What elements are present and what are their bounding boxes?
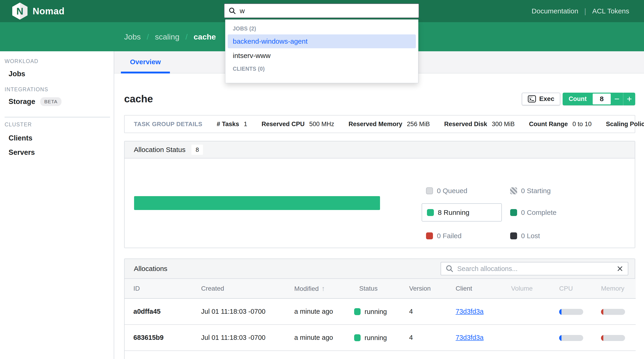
- table-header-row: ID Created Modified↑ Status Version Clie…: [124, 279, 636, 299]
- running-status-icon: [354, 308, 360, 315]
- detail-reserved-memory: Reserved Memory256 MiB: [348, 121, 430, 128]
- sidebar-item-clients[interactable]: Clients: [8, 133, 114, 143]
- allocation-modified: a minute ago: [286, 299, 350, 325]
- search-icon: [228, 7, 236, 14]
- tab-overview[interactable]: Overview: [121, 51, 170, 73]
- allocation-status-panel: Allocation Status 8 0 Queued 0 Starting: [124, 141, 635, 248]
- task-group-details: TASK GROUP DETAILS # Tasks1 Reserved CPU…: [124, 115, 635, 133]
- documentation-link[interactable]: Documentation: [532, 7, 578, 15]
- nomad-ui: N Nomad Documentation | ACL Tokens Jobs …: [0, 0, 644, 359]
- allocation-count-badge: 8: [192, 145, 203, 155]
- legend-queued[interactable]: 0 Queued: [426, 187, 468, 195]
- allocation-status: running: [350, 299, 400, 325]
- sidebar-section-cluster: CLUSTER: [4, 121, 114, 128]
- failed-swatch-icon: [426, 232, 433, 239]
- sidebar-item-storage[interactable]: Storage BETA: [8, 97, 114, 107]
- column-header-status[interactable]: Status: [350, 279, 400, 299]
- search-results-jobs-header: JOBS (2): [233, 24, 418, 33]
- sidebar-item-servers[interactable]: Servers: [8, 147, 114, 158]
- memory-usage-bar: [601, 335, 625, 341]
- column-header-version[interactable]: Version: [400, 279, 447, 299]
- complete-swatch-icon: [510, 209, 517, 216]
- nomad-logo-icon: N: [12, 2, 28, 20]
- search-result-item[interactable]: backend-windows-agent: [228, 34, 416, 48]
- allocation-created: Jul 01 11:18:03 -0700: [192, 325, 286, 351]
- allocation-created: Jul 01 11:18:03 -0700: [192, 299, 286, 325]
- allocation-client: 73d3fd3a: [447, 325, 502, 351]
- sidebar-item-jobs[interactable]: Jobs: [8, 69, 114, 79]
- sort-ascending-icon: ↑: [322, 285, 325, 292]
- global-search-input[interactable]: [240, 7, 402, 15]
- allocation-row-partial: [124, 351, 636, 359]
- breadcrumb-scaling[interactable]: scaling: [155, 32, 180, 41]
- column-header-modified[interactable]: Modified↑: [286, 279, 350, 299]
- count-stepper: Count 8 − +: [563, 93, 635, 105]
- page-content: cache Exec Count 8 −: [114, 73, 644, 359]
- allocation-volume: [502, 325, 550, 351]
- page-title: cache: [124, 93, 153, 105]
- starting-swatch-icon: [510, 187, 517, 194]
- allocations-search-input[interactable]: [457, 265, 610, 273]
- count-decrement-button[interactable]: −: [611, 93, 623, 105]
- title-row: cache Exec Count 8 −: [124, 92, 635, 105]
- column-header-volume: Volume: [502, 279, 550, 299]
- clear-search-icon[interactable]: [617, 265, 623, 272]
- running-swatch-icon: [427, 209, 434, 216]
- global-search: [224, 3, 419, 18]
- allocations-table: ID Created Modified↑ Status Version Clie…: [124, 279, 636, 359]
- allocations-panel: Allocations: [124, 259, 635, 359]
- queued-swatch-icon: [426, 187, 433, 194]
- column-header-id[interactable]: ID: [124, 279, 192, 299]
- legend-complete[interactable]: 0 Complete: [510, 209, 556, 216]
- column-header-cpu: CPU: [550, 279, 592, 299]
- details-heading: TASK GROUP DETAILS: [134, 121, 202, 128]
- cpu-usage-bar: [559, 309, 583, 315]
- running-status-icon: [354, 334, 360, 341]
- column-header-memory: Memory: [592, 279, 636, 299]
- svg-text:N: N: [16, 6, 23, 17]
- allocation-status-header: Allocation Status 8: [124, 141, 635, 158]
- allocation-status-body: 0 Queued 0 Starting 8 Running 0 Complete: [124, 158, 635, 248]
- allocations-search: [440, 262, 628, 275]
- allocation-client: 73d3fd3a: [447, 299, 502, 325]
- count-increment-button[interactable]: +: [623, 93, 635, 105]
- legend-failed[interactable]: 0 Failed: [426, 232, 462, 240]
- memory-usage-bar: [601, 309, 625, 315]
- allocation-status: running: [350, 325, 400, 351]
- allocation-memory: [592, 325, 636, 351]
- allocation-version: 4: [400, 299, 447, 325]
- count-value: 8: [593, 94, 611, 104]
- allocation-bar-chart: [134, 196, 380, 210]
- beta-badge: BETA: [40, 97, 61, 106]
- lost-swatch-icon: [510, 232, 517, 239]
- detail-scaling-policy: Scaling Policy?No: [606, 121, 644, 128]
- exec-button[interactable]: Exec: [522, 93, 560, 105]
- allocation-row[interactable]: a0dffa45 Jul 01 11:18:03 -0700 a minute …: [124, 299, 636, 325]
- brand-name: Nomad: [32, 6, 64, 16]
- breadcrumb-current: cache: [194, 32, 216, 41]
- acl-tokens-link[interactable]: ACL Tokens: [592, 7, 629, 15]
- client-link[interactable]: 73d3fd3a: [456, 308, 484, 315]
- column-header-client[interactable]: Client: [447, 279, 502, 299]
- detail-reserved-cpu: Reserved CPU500 MHz: [262, 121, 334, 128]
- allocation-id: a0dffa45: [124, 299, 192, 325]
- sidebar-divider: [4, 117, 110, 117]
- legend-starting[interactable]: 0 Starting: [510, 187, 550, 195]
- client-link[interactable]: 73d3fd3a: [456, 334, 484, 341]
- allocation-modified: a minute ago: [286, 325, 350, 351]
- search-icon: [446, 265, 454, 273]
- legend-lost[interactable]: 0 Lost: [510, 232, 540, 240]
- detail-reserved-disk: Reserved Disk300 MiB: [444, 121, 514, 128]
- allocation-id: 683615b9: [124, 325, 192, 351]
- allocation-row[interactable]: 683615b9 Jul 01 11:18:03 -0700 a minute …: [124, 325, 636, 351]
- legend-running[interactable]: 8 Running: [422, 203, 502, 222]
- home-link[interactable]: N Nomad: [12, 2, 64, 20]
- column-header-created[interactable]: Created: [192, 279, 286, 299]
- topbar-links: Documentation | ACL Tokens: [532, 0, 629, 22]
- allocations-title: Allocations: [134, 265, 167, 273]
- search-result-item[interactable]: intserv-www: [228, 49, 416, 62]
- terminal-icon: [528, 95, 536, 103]
- main-area: Overview cache Exec: [114, 51, 644, 359]
- breadcrumb-jobs[interactable]: Jobs: [124, 32, 141, 41]
- detail-tasks: # Tasks1: [216, 121, 247, 128]
